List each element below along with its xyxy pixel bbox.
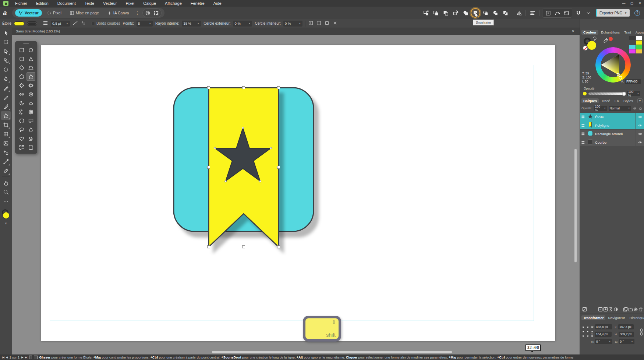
more-personas-icon[interactable]: ⋮ — [134, 11, 141, 15]
diamond-shape-tool[interactable] — [17, 63, 26, 72]
shear-field[interactable]: 0 °▼ — [619, 339, 634, 344]
add-icon[interactable] — [461, 9, 470, 17]
spiral-shape-tool[interactable] — [26, 134, 35, 143]
rounded-rectangle-shape-tool[interactable] — [17, 55, 26, 63]
layer-visibility-eye-icon[interactable] — [636, 130, 644, 138]
double-star-shape-tool[interactable] — [17, 81, 26, 90]
horizontal-scrollbar[interactable] — [212, 351, 452, 353]
close-icon[interactable]: ✕ — [636, 0, 644, 7]
canvas[interactable]: ⇧ shift 32:00 — [12, 35, 580, 354]
crescent-shape-tool[interactable] — [17, 108, 26, 116]
layer-row[interactable]: Polyligne — [580, 121, 644, 129]
segment-shape-tool[interactable] — [26, 99, 35, 107]
layer-opacity-field[interactable]: 100 %▼ — [594, 106, 607, 111]
studio-presets-icon[interactable] — [153, 10, 159, 16]
picked-color-swatch[interactable] — [609, 37, 613, 41]
swatch-5[interactable] — [636, 45, 642, 49]
zoom-tool[interactable] — [1, 187, 11, 196]
swatch-3[interactable] — [636, 41, 642, 45]
minimize-icon[interactable]: — — [620, 0, 628, 7]
preview-mode-icon[interactable] — [145, 10, 151, 16]
tab-fx[interactable]: FX — [613, 98, 621, 103]
previous-page-icon[interactable]: ◀ — [6, 356, 8, 359]
mesh-warp-tool[interactable] — [1, 129, 11, 139]
x-field[interactable]: 438,8 px — [595, 324, 612, 329]
flip-horizontal-icon[interactable] — [515, 9, 523, 17]
intersect-icon[interactable] — [481, 9, 489, 17]
pattern-shape-tool[interactable] — [17, 143, 26, 151]
layer-visibility-eye-icon[interactable] — [636, 121, 644, 129]
magnet-icon[interactable] — [574, 9, 582, 17]
opacity-slider-knob[interactable] — [622, 92, 626, 96]
pie-shape-tool[interactable] — [17, 99, 26, 107]
menu-fichier[interactable]: Fichier — [11, 0, 32, 7]
node-tool[interactable] — [1, 46, 11, 56]
polygon-shape-tool[interactable] — [17, 72, 26, 81]
delete-icon[interactable] — [638, 307, 644, 312]
pen-tool[interactable] — [1, 74, 11, 83]
subtract-icon[interactable]: Soustraire — [471, 9, 480, 17]
transform-shapes-icon[interactable] — [422, 9, 430, 17]
edit-shape-icon[interactable] — [582, 307, 588, 312]
layer-visibility-eye-icon[interactable] — [636, 138, 644, 146]
page-view-icon[interactable] — [29, 356, 32, 359]
selection-brush-tool[interactable] — [1, 65, 11, 74]
menu-document[interactable]: Document — [53, 0, 80, 7]
reset-colors-icon[interactable] — [592, 36, 597, 41]
color-triangle[interactable] — [595, 47, 631, 83]
pencil-tool[interactable] — [1, 83, 11, 92]
frame-tool[interactable] — [1, 139, 11, 148]
stroke-style-icon[interactable] — [72, 20, 78, 27]
maximize-icon[interactable]: ▢ — [628, 0, 636, 7]
persona-ia-canva[interactable]: IA Canva — [104, 9, 132, 17]
combine-icon[interactable] — [501, 9, 509, 17]
shape-builder-tool[interactable] — [1, 148, 11, 157]
flyout-drag-handle[interactable] — [23, 43, 29, 44]
persona-mise-en-page[interactable]: Mise en page — [66, 9, 102, 17]
chevron-down-icon[interactable] — [584, 9, 592, 17]
crop-tool[interactable] — [1, 120, 11, 129]
vertical-scrollbar[interactable] — [574, 149, 577, 262]
tab-styles[interactable]: Styles — [622, 98, 635, 103]
chevron-down-icon[interactable]: ▼ — [4, 222, 7, 225]
fill-color-swatch[interactable] — [14, 21, 24, 26]
tab-historique[interactable]: Historique — [627, 315, 644, 320]
swatch-0[interactable] — [629, 36, 636, 40]
hand-tool[interactable] — [1, 178, 11, 187]
snap-bounds-icon[interactable] — [544, 9, 552, 17]
bords-courbes-checkbox[interactable]: Bords courbes — [92, 21, 120, 25]
color-wheel[interactable] — [595, 47, 631, 83]
eyedropper-icon[interactable] — [603, 38, 609, 43]
align-icon[interactable] — [528, 9, 537, 17]
stroke-width-field[interactable]: 0,8 pt▼ — [51, 21, 70, 27]
menu-fen-tre[interactable]: Fenêtre — [186, 0, 209, 7]
snap-target-icon[interactable] — [308, 20, 314, 27]
last-page-icon[interactable]: ▶| — [25, 356, 27, 359]
cercle-interieur-field[interactable]: 0 %▼ — [283, 21, 302, 27]
persona-vecteur[interactable]: Vecteur — [15, 9, 42, 17]
menu-aide[interactable]: Aide — [209, 0, 226, 7]
colour-picker-tool[interactable] — [1, 166, 11, 175]
callout-ellipse-shape-tool[interactable] — [17, 125, 26, 134]
tear-shape-tool[interactable] — [26, 125, 35, 134]
tab--chantillons[interactable]: Échantillons — [599, 30, 622, 35]
y-field[interactable]: 104,4 px — [595, 332, 612, 337]
fill-selector-icon[interactable] — [587, 41, 596, 50]
divide-icon[interactable] — [491, 9, 499, 17]
stroke-color-swatch[interactable] — [27, 21, 37, 26]
style-transfer-icon[interactable] — [452, 9, 460, 17]
width-field[interactable]: 167,3 px — [618, 324, 634, 329]
tab-trait[interactable]: Trait — [622, 30, 633, 35]
ellipse-shape-tool[interactable] — [26, 46, 35, 54]
layer-visibility-eye-icon[interactable] — [636, 113, 644, 121]
cog-shape-tool[interactable] — [26, 108, 35, 116]
marquee-tool[interactable] — [1, 37, 11, 46]
link-dimensions-icon[interactable] — [640, 328, 643, 336]
tab-apparence[interactable]: Apparence — [634, 30, 644, 35]
duplicate-icon[interactable] — [432, 9, 440, 17]
export-png-button[interactable]: Exporter PNG▼ — [596, 9, 630, 17]
menu-edition[interactable]: Edition — [32, 0, 53, 7]
layer-row[interactable]: Rectangle arrondi — [580, 130, 644, 138]
more-tools[interactable] — [1, 196, 11, 206]
layer-row[interactable]: Étoile — [580, 113, 644, 121]
